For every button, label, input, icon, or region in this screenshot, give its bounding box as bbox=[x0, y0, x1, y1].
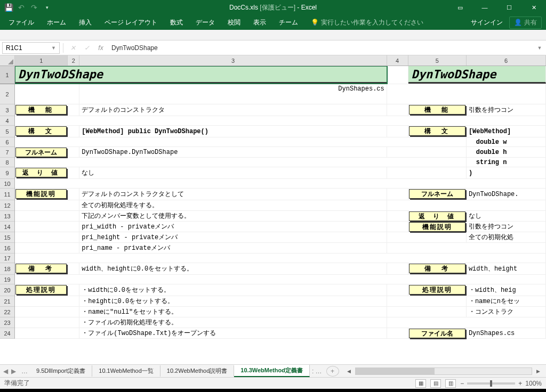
cell-E3[interactable]: 機 能 bbox=[409, 105, 465, 115]
sheet-tab-3[interactable]: 10.2WebMethod説明書 bbox=[160, 365, 235, 377]
sheet-tab-1[interactable]: 9.5DllImport定義書 bbox=[30, 365, 92, 377]
maximize-button[interactable]: ☐ bbox=[497, 0, 521, 15]
sheet-tab-4[interactable]: 10.3WebMethod定義書 bbox=[234, 365, 310, 377]
tab-home[interactable]: ホーム bbox=[41, 15, 73, 30]
row-header-15[interactable]: 15 bbox=[0, 232, 14, 243]
cell-A11[interactable]: 機能説明 bbox=[15, 189, 67, 199]
cell-C9[interactable]: なし bbox=[79, 167, 387, 178]
col-header-4[interactable]: 4 bbox=[387, 55, 408, 66]
row-header-17[interactable]: 17 bbox=[0, 254, 14, 263]
cell-A9[interactable]: 返 り 値 bbox=[15, 168, 67, 177]
row-header-3[interactable]: 3 bbox=[0, 104, 14, 116]
cell-F10[interactable]: DynTwoDShape. bbox=[467, 189, 546, 200]
cell-E10[interactable]: フルネーム bbox=[409, 189, 465, 199]
cell-C5[interactable]: [WebMethod] public DynTwoDShape() bbox=[79, 126, 387, 137]
cell-A3[interactable]: 機 能 bbox=[15, 105, 67, 115]
row-header-14[interactable]: 14 bbox=[0, 222, 14, 232]
tab-team[interactable]: チーム bbox=[272, 15, 304, 30]
tab-data[interactable]: データ bbox=[189, 15, 221, 30]
zoom-out-button[interactable]: − bbox=[460, 380, 464, 387]
tab-formula[interactable]: 数式 bbox=[164, 15, 189, 30]
row-header-1[interactable]: 1 bbox=[0, 66, 14, 84]
undo-icon[interactable]: ↶ bbox=[17, 3, 26, 12]
row-header-6[interactable]: 6 bbox=[0, 137, 14, 147]
formula-input[interactable]: DynTwoDShape bbox=[108, 44, 534, 52]
cell-F21[interactable]: ・nameにnをセッ bbox=[467, 296, 546, 306]
cell-F20[interactable]: ・width、heig bbox=[467, 284, 546, 296]
minimize-button[interactable]: — bbox=[472, 0, 497, 15]
sheet-nav-next-icon[interactable]: ▶ bbox=[11, 368, 16, 375]
col-header-3[interactable]: 3 bbox=[79, 55, 387, 66]
fx-icon[interactable]: fx bbox=[94, 43, 107, 53]
name-box[interactable]: R1C1 ▼ bbox=[2, 42, 60, 54]
cell-C13[interactable]: 下記のメンバー変数として使用する。 bbox=[79, 211, 387, 221]
cell-E1[interactable]: DynTwoDShape bbox=[408, 66, 546, 84]
signin-link[interactable]: サインイン bbox=[471, 18, 503, 27]
zoom-thumb[interactable] bbox=[490, 380, 492, 387]
tab-insert[interactable]: 挿入 bbox=[73, 15, 98, 30]
cell-F24[interactable]: DynShapes.cs bbox=[467, 328, 546, 338]
cell-F6[interactable]: double w bbox=[467, 137, 546, 146]
row-header-4[interactable]: 4 bbox=[0, 116, 14, 126]
zoom-value[interactable]: 100% bbox=[525, 380, 542, 387]
zoom-slider[interactable] bbox=[467, 382, 515, 385]
row-header-8[interactable]: 8 bbox=[0, 158, 14, 167]
row-header-23[interactable]: 23 bbox=[0, 317, 14, 328]
cell-C18[interactable]: width、heightに0.0をセットする。 bbox=[79, 263, 387, 274]
name-box-dropdown-icon[interactable]: ▼ bbox=[51, 45, 56, 51]
cell-F18[interactable]: width、height bbox=[467, 263, 546, 274]
row-header-12[interactable]: 12 bbox=[0, 200, 14, 211]
row-header-19[interactable]: 19 bbox=[0, 275, 14, 284]
tell-me-box[interactable]: 💡 実行したい作業を入力してください bbox=[304, 15, 430, 30]
cell-D2[interactable] bbox=[387, 84, 546, 104]
cell-F15[interactable]: 全ての初期化処 bbox=[467, 232, 546, 242]
cell-C22[interactable]: ・nameに"null"をセットする。 bbox=[79, 307, 387, 317]
row-header-18[interactable]: 18 bbox=[0, 263, 14, 275]
hscroll-left-icon[interactable]: ◀ bbox=[346, 368, 353, 375]
cell-C24[interactable]: ・ファイル(TwoDShape.Txt)をオープンする bbox=[79, 328, 387, 338]
cell-C11[interactable]: デフォルトのコンストラクタとして bbox=[79, 189, 387, 200]
col-header-5[interactable]: 5 bbox=[408, 55, 467, 66]
cell-C14[interactable]: pri_width - privateメンバ bbox=[79, 222, 387, 232]
zoom-in-button[interactable]: + bbox=[518, 380, 522, 387]
cell-A20[interactable]: 処理説明 bbox=[15, 285, 67, 295]
cell-C2[interactable]: DynShapes.cs bbox=[79, 84, 387, 104]
cell-F3[interactable]: 引数を持つコン bbox=[467, 104, 546, 116]
cell-A2[interactable] bbox=[15, 84, 79, 104]
cell-F8[interactable]: string n bbox=[467, 158, 546, 167]
tab-file[interactable]: ファイル bbox=[2, 15, 41, 30]
cell-E14[interactable]: 機能説明 bbox=[409, 222, 465, 232]
row-header-9[interactable]: 9 bbox=[0, 167, 14, 179]
hscroll-track[interactable] bbox=[355, 368, 532, 375]
row-header-13[interactable]: 13 bbox=[0, 211, 14, 222]
cell-E24[interactable]: ファイル名 bbox=[409, 329, 465, 338]
enter-icon[interactable]: ✓ bbox=[81, 43, 93, 53]
cell-F9[interactable]: ) bbox=[467, 167, 546, 178]
cell-E5[interactable]: 構 文 bbox=[409, 126, 465, 136]
cell-F7[interactable]: double h bbox=[467, 147, 546, 157]
view-page-layout-icon[interactable]: ▤ bbox=[430, 379, 441, 388]
select-all-corner[interactable] bbox=[0, 55, 15, 66]
cell-C12[interactable]: 全ての初期化処理をする。 bbox=[79, 200, 387, 210]
cell-E20[interactable]: 処理説明 bbox=[409, 285, 465, 295]
sheet-nav-more-right-icon[interactable]: : … bbox=[310, 368, 324, 375]
cell-E12[interactable]: 返 り 値 bbox=[409, 211, 465, 221]
cell-C21[interactable]: ・heightに0.0をセットする。 bbox=[79, 296, 387, 306]
cell-D1[interactable] bbox=[387, 66, 408, 84]
cell-F12[interactable]: なし bbox=[467, 211, 546, 221]
row-header-7[interactable]: 7 bbox=[0, 147, 14, 158]
row-header-11[interactable]: 11 bbox=[0, 189, 14, 200]
row-header-10[interactable]: 10 bbox=[0, 179, 14, 189]
col-header-6[interactable]: 6 bbox=[467, 55, 546, 66]
view-page-break-icon[interactable]: ▥ bbox=[445, 379, 456, 388]
col-header-1[interactable]: 1 bbox=[15, 55, 68, 66]
tab-layout[interactable]: ページ レイアウト bbox=[98, 15, 164, 30]
view-normal-icon[interactable]: ▦ bbox=[415, 379, 426, 388]
tab-view[interactable]: 表示 bbox=[247, 15, 272, 30]
cell-E18[interactable]: 備 考 bbox=[409, 264, 465, 273]
cells-area[interactable]: DynTwoDShape DynTwoDShape DynShapes.cs 機… bbox=[15, 66, 546, 364]
cell-C16[interactable]: pri_name - privateメンバ bbox=[79, 243, 387, 253]
row-header-24[interactable]: 24 bbox=[0, 328, 14, 339]
cell-A5[interactable]: 構 文 bbox=[15, 126, 67, 136]
share-button[interactable]: 👤 共有 bbox=[509, 17, 542, 29]
